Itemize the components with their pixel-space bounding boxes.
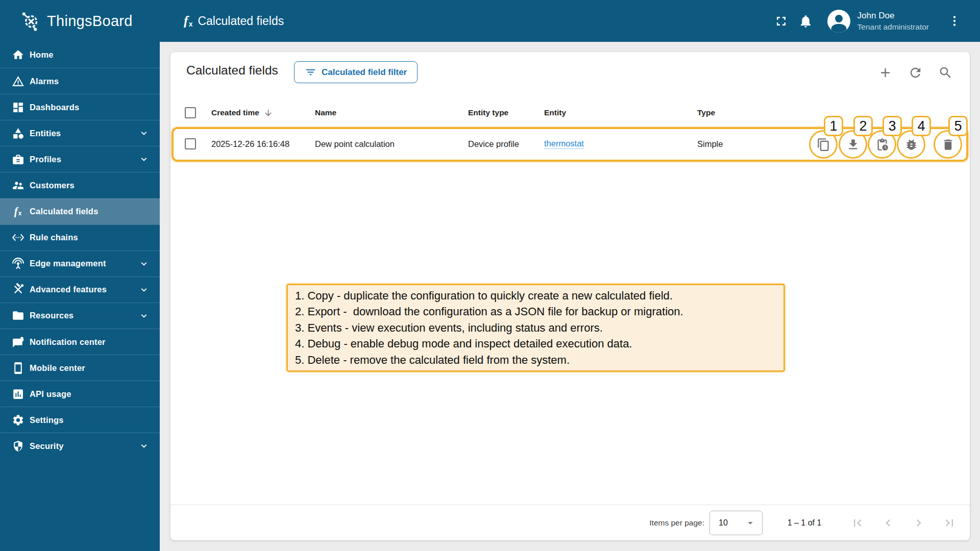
ethernet-icon bbox=[11, 231, 24, 244]
thingsboard-gear-icon bbox=[19, 10, 42, 32]
paginator: Items per page: 10 1 – 1 of 1 bbox=[170, 505, 970, 540]
sidebar-item-settings[interactable]: Settings bbox=[0, 407, 160, 433]
top-bar: ThingsBoard fx Calculated fields bbox=[0, 0, 980, 42]
page-size-value: 10 bbox=[719, 518, 745, 528]
chevron-left-icon bbox=[881, 516, 895, 530]
sort-desc-arrow-icon bbox=[263, 108, 273, 118]
column-entity[interactable]: Entity bbox=[544, 100, 566, 126]
last-page-button[interactable] bbox=[937, 505, 962, 541]
sidebar-item-alarms[interactable]: Alarms bbox=[0, 68, 160, 94]
annotation-line: 2. Export - download the configuration a… bbox=[295, 304, 776, 319]
user-name: John Doe bbox=[857, 11, 929, 21]
sidebar-item-home[interactable]: Home bbox=[0, 42, 160, 68]
refresh-icon bbox=[908, 65, 923, 80]
last-page-icon bbox=[942, 516, 957, 530]
sidebar-item-resources[interactable]: Resources bbox=[0, 303, 160, 329]
trash-icon bbox=[941, 138, 955, 152]
select-all-checkbox[interactable] bbox=[185, 100, 196, 126]
callout-label-2: 2 bbox=[853, 116, 873, 136]
fullscreen-button[interactable] bbox=[769, 9, 794, 33]
events-clipboard-clock-icon bbox=[875, 138, 889, 152]
badge-icon bbox=[11, 153, 24, 166]
download-icon bbox=[846, 138, 860, 152]
first-page-button[interactable] bbox=[845, 505, 870, 541]
dropdown-caret-icon bbox=[745, 517, 756, 529]
chevron-down-icon bbox=[138, 258, 150, 269]
sidebar-item-advanced-features[interactable]: Advanced features bbox=[0, 277, 160, 303]
previous-page-button[interactable] bbox=[876, 505, 900, 541]
annotation-box: 1. Copy - duplicate the configuration to… bbox=[286, 284, 785, 372]
thingsboard-app: ThingsBoard fx Calculated fields bbox=[0, 0, 980, 551]
function-icon: fx bbox=[11, 205, 24, 218]
notification-chat-icon bbox=[11, 335, 24, 348]
column-created-time[interactable]: Created time bbox=[211, 100, 273, 126]
bug-icon bbox=[904, 138, 918, 152]
sidebar-item-rule-chains[interactable]: Rule chains bbox=[0, 224, 160, 251]
home-icon bbox=[11, 48, 24, 62]
callout-label-3: 3 bbox=[883, 116, 902, 136]
chevron-down-icon bbox=[138, 284, 150, 295]
annotation-line: 3. Events - view execution events, inclu… bbox=[295, 320, 776, 336]
column-entity-type[interactable]: Entity type bbox=[468, 100, 508, 126]
column-type[interactable]: Type bbox=[697, 100, 715, 126]
sidebar-item-dashboards[interactable]: Dashboards bbox=[0, 94, 160, 120]
calculated-fields-card: Calculated fields Calculated field filte… bbox=[170, 52, 970, 540]
annotation-line: 1. Copy - duplicate the configuration to… bbox=[295, 288, 776, 304]
table-row[interactable]: 2025-12-26 16:16:48 Dew point calculatio… bbox=[170, 126, 970, 162]
top-bar-right: John Doe Tenant administrator bbox=[769, 0, 967, 42]
copy-icon bbox=[817, 138, 830, 152]
page-range-label: 1 – 1 of 1 bbox=[781, 505, 827, 541]
antenna-icon bbox=[11, 257, 24, 270]
sidebar-item-security[interactable]: Security bbox=[0, 433, 160, 459]
user-info[interactable]: John Doe Tenant administrator bbox=[857, 11, 929, 32]
notifications-button[interactable] bbox=[794, 9, 818, 33]
callout-label-5: 5 bbox=[948, 116, 968, 136]
category-icon bbox=[11, 127, 24, 140]
sidebar-item-api-usage[interactable]: API usage bbox=[0, 381, 160, 407]
main-content: Calculated fields Calculated field filte… bbox=[160, 42, 980, 551]
next-page-button[interactable] bbox=[906, 505, 931, 541]
entity-link[interactable]: thermostat bbox=[544, 139, 584, 149]
sidebar-item-notification-center[interactable]: Notification center bbox=[0, 329, 160, 355]
annotation-line: 4. Debug - enable debug mode and inspect… bbox=[295, 336, 776, 352]
plus-icon bbox=[878, 65, 893, 80]
fullscreen-icon bbox=[774, 14, 789, 29]
shield-icon bbox=[11, 439, 24, 453]
cell-name: Dew point calculation bbox=[315, 126, 395, 162]
avatar[interactable] bbox=[827, 10, 850, 33]
sidebar-item-customers[interactable]: Customers bbox=[0, 172, 160, 198]
callout-label-1: 1 bbox=[824, 116, 843, 136]
sidebar-item-edge-management[interactable]: Edge management bbox=[0, 251, 160, 277]
column-name[interactable]: Name bbox=[315, 100, 336, 126]
row-checkbox[interactable] bbox=[185, 126, 196, 162]
chevron-down-icon bbox=[138, 128, 150, 139]
sidebar-item-mobile-center[interactable]: Mobile center bbox=[0, 355, 160, 381]
chevron-right-icon bbox=[912, 516, 926, 530]
user-role: Tenant administrator bbox=[857, 22, 929, 32]
page-size-select[interactable]: 10 bbox=[709, 511, 763, 535]
cell-created-time: 2025-12-26 16:16:48 bbox=[211, 126, 289, 162]
search-icon bbox=[938, 65, 953, 80]
search-button[interactable] bbox=[936, 63, 954, 82]
kebab-menu-icon bbox=[948, 14, 961, 28]
chevron-down-icon bbox=[138, 154, 150, 165]
sidebar-item-profiles[interactable]: Profiles bbox=[0, 146, 160, 172]
smartphone-icon bbox=[11, 361, 24, 374]
sidebar: Home Alarms Dashboards Entities Profiles… bbox=[0, 42, 160, 551]
page-heading: fx Calculated fields bbox=[184, 0, 284, 42]
thingsboard-logo[interactable]: ThingsBoard bbox=[19, 0, 133, 42]
calculated-field-filter-button[interactable]: Calculated field filter bbox=[294, 61, 418, 83]
refresh-button[interactable] bbox=[906, 63, 924, 82]
more-menu-button[interactable] bbox=[942, 9, 967, 33]
alarm-warning-icon bbox=[11, 74, 24, 88]
items-per-page-label: Items per page: bbox=[649, 505, 704, 541]
brand-name: ThingsBoard bbox=[47, 13, 133, 30]
card-title: Calculated fields bbox=[186, 63, 278, 78]
sidebar-item-entities[interactable]: Entities bbox=[0, 120, 160, 146]
add-calculated-field-button[interactable] bbox=[876, 63, 894, 82]
people-icon bbox=[11, 179, 24, 192]
callout-label-4: 4 bbox=[912, 116, 931, 136]
gear-icon bbox=[11, 413, 24, 427]
cell-entity: thermostat bbox=[544, 126, 584, 162]
sidebar-item-calculated-fields[interactable]: fx Calculated fields bbox=[0, 198, 160, 224]
